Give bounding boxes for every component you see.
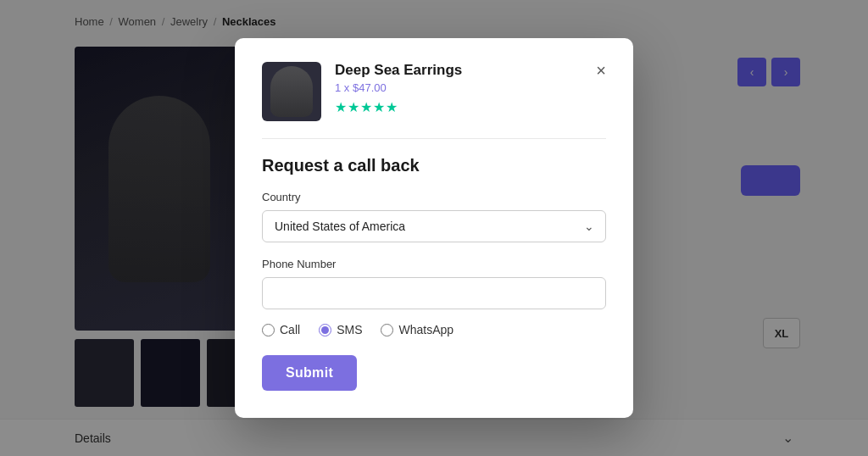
radio-sms[interactable]: SMS — [319, 323, 362, 336]
modal-product-name: Deep Sea Earrings — [335, 62, 576, 79]
modal-product-thumbnail — [262, 62, 321, 121]
modal-title: Request a call back — [262, 156, 606, 175]
radio-sms-label: SMS — [337, 323, 362, 336]
country-select[interactable]: United States of America United Kingdom … — [262, 210, 606, 242]
country-select-wrapper: United States of America United Kingdom … — [262, 210, 606, 242]
request-callback-modal: Deep Sea Earrings 1 x $47.00 ★★★★★ × Req… — [235, 38, 633, 418]
modal-divider — [262, 138, 606, 139]
radio-whatsapp-input[interactable] — [381, 324, 393, 336]
phone-input[interactable] — [262, 277, 606, 309]
radio-call[interactable]: Call — [262, 323, 300, 336]
radio-sms-input[interactable] — [319, 324, 331, 336]
modal-product-info: Deep Sea Earrings 1 x $47.00 ★★★★★ — [335, 62, 576, 115]
modal-close-button[interactable]: × — [596, 62, 606, 79]
modal-product-price: 1 x $47.00 — [335, 81, 576, 94]
submit-button[interactable]: Submit — [262, 355, 357, 391]
radio-whatsapp-label: WhatsApp — [398, 323, 453, 336]
contact-method-radio-group: Call SMS WhatsApp — [262, 323, 606, 336]
modal-product-stars: ★★★★★ — [335, 99, 576, 115]
radio-whatsapp[interactable]: WhatsApp — [381, 323, 453, 336]
page-background: Home / Women / Jewelry / Necklaces ‹ › X… — [0, 0, 868, 456]
modal-header: Deep Sea Earrings 1 x $47.00 ★★★★★ × — [262, 62, 606, 121]
radio-call-input[interactable] — [262, 324, 275, 336]
country-label: Country — [262, 191, 606, 203]
phone-label: Phone Number — [262, 258, 606, 270]
radio-call-label: Call — [280, 323, 300, 336]
